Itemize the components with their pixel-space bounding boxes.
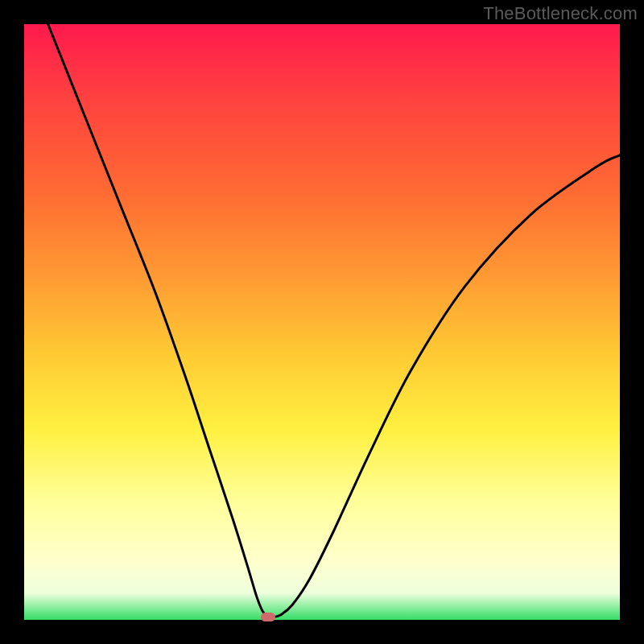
- plot-area: [24, 24, 620, 620]
- optimal-marker: [261, 613, 275, 621]
- bottleneck-curve: [24, 24, 620, 620]
- curve-path: [48, 24, 620, 617]
- watermark-text: TheBottleneck.com: [483, 3, 638, 24]
- chart-frame: TheBottleneck.com: [0, 0, 644, 644]
